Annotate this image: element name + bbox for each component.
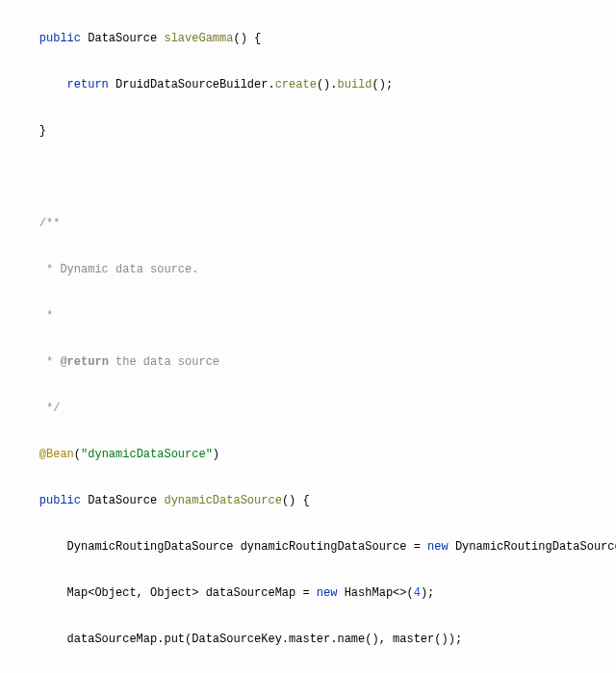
- code-line: DynamicRoutingDataSource dynamicRoutingD…: [0, 535, 616, 558]
- code-line: *: [0, 304, 616, 327]
- code-line: /**: [0, 212, 616, 235]
- keyword: new: [317, 586, 338, 600]
- method-name: slaveGamma: [164, 32, 233, 45]
- javadoc: */: [39, 401, 61, 415]
- code-line: Map<Object, Object> dataSourceMap = new …: [0, 582, 616, 605]
- code-line: return DruidDataSourceBuilder.create().b…: [0, 73, 616, 96]
- number-literal: 4: [414, 586, 421, 600]
- keyword: public: [39, 32, 81, 45]
- javadoc-tag: @return: [60, 355, 108, 369]
- code-line: dataSourceMap.put(DataSourceKey.master.n…: [0, 628, 616, 651]
- blank-line: [0, 166, 616, 189]
- method-name: dynamicDataSource: [164, 494, 281, 507]
- code-line: }: [0, 119, 616, 142]
- javadoc: *: [39, 309, 53, 323]
- code-line: * Dynamic data source.: [0, 258, 616, 281]
- code-line: public DataSource slaveGamma() {: [0, 27, 616, 50]
- keyword: new: [427, 540, 449, 554]
- keyword: return: [67, 78, 109, 91]
- code-line: * @return the data source: [0, 350, 616, 374]
- code-block: public DataSource slaveGamma() { return …: [0, 0, 616, 673]
- code-line: public DataSource dynamicDataSource() {: [0, 489, 616, 512]
- code-line: @Bean("dynamicDataSource"): [0, 443, 616, 466]
- annotation: @Bean: [39, 448, 74, 461]
- string-literal: "dynamicDataSource": [81, 448, 213, 461]
- keyword: public: [39, 494, 81, 507]
- javadoc: /**: [39, 217, 61, 230]
- code-line: */: [0, 397, 616, 420]
- javadoc: * Dynamic data source.: [39, 263, 199, 276]
